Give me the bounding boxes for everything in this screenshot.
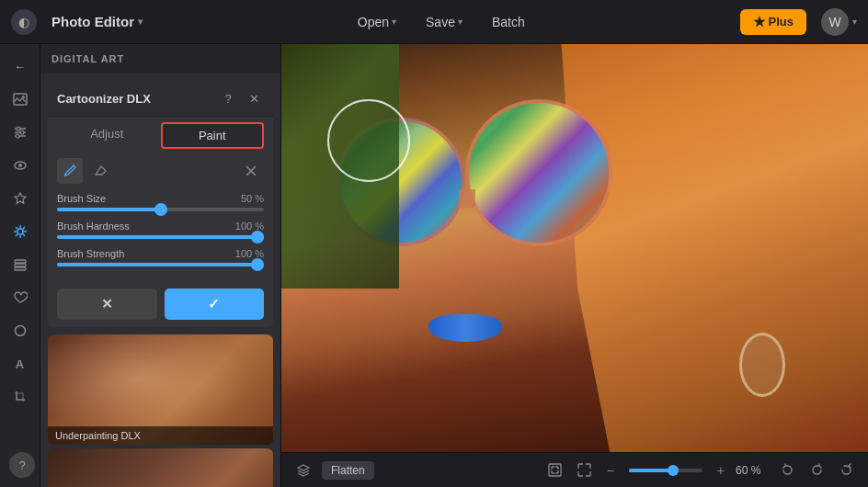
erase-button[interactable] — [88, 158, 114, 184]
cancel-icon: ✕ — [101, 296, 113, 312]
zoom-plus-button[interactable]: + — [714, 463, 728, 478]
zoom-minus-button[interactable]: − — [603, 463, 618, 478]
star-tool[interactable] — [6, 184, 35, 213]
brush-hardness-row: Brush Hardness 100 % — [57, 221, 264, 239]
redo-button[interactable] — [835, 459, 857, 481]
svg-line-15 — [16, 227, 17, 229]
confirm-button[interactable]: ✓ — [165, 289, 265, 320]
paint-brush-icon — [63, 164, 77, 178]
user-chevron: ▾ — [852, 17, 857, 27]
glasses-bridge — [459, 189, 475, 208]
plugin-header: Cartoonizer DLX ? ✕ — [48, 81, 273, 117]
eye-icon — [13, 158, 28, 173]
svg-point-6 — [20, 130, 24, 134]
brush-size-slider[interactable] — [57, 208, 264, 211]
earring — [739, 333, 785, 397]
paint-brush-button[interactable] — [57, 158, 83, 184]
thumbnails-section: Underpainting DLX — [40, 334, 280, 487]
rotate-left-button[interactable] — [776, 459, 798, 481]
svg-point-9 — [18, 164, 22, 167]
open-menu[interactable]: Open ▾ — [350, 11, 404, 33]
svg-line-16 — [22, 234, 24, 236]
svg-rect-20 — [15, 264, 26, 266]
glasses-right — [465, 99, 612, 246]
canvas-content[interactable] — [281, 44, 868, 452]
tab-adjust[interactable]: Adjust — [57, 122, 157, 149]
image-tool[interactable] — [6, 85, 35, 114]
plugin-close-button[interactable]: ✕ — [244, 88, 264, 108]
layers-tool[interactable] — [6, 250, 35, 279]
brush-size-thumb[interactable] — [154, 203, 167, 216]
lips — [428, 314, 502, 342]
batch-button[interactable]: Batch — [485, 11, 532, 33]
app-logo: ◐ — [11, 9, 37, 35]
svg-rect-19 — [15, 260, 26, 263]
svg-point-10 — [17, 229, 23, 234]
text-icon: A — [16, 357, 24, 371]
brush-hardness-slider[interactable] — [57, 235, 264, 239]
app-title[interactable]: Photo Editor ▾ — [51, 14, 143, 29]
svg-line-18 — [16, 234, 17, 236]
plus-button[interactable]: ★ Plus — [740, 9, 806, 35]
expand-button[interactable] — [574, 459, 596, 481]
cancel-button[interactable]: ✕ — [57, 289, 157, 320]
top-bar: ◐ Photo Editor ▾ Open ▾ Save ▾ Batch ★ P… — [0, 0, 868, 44]
text-tool[interactable]: A — [6, 349, 35, 379]
svg-point-7 — [16, 134, 19, 138]
plugin-title: Cartoonizer DLX — [57, 92, 212, 106]
crop-tool[interactable] — [6, 382, 35, 412]
adjustments-tool[interactable] — [6, 118, 35, 147]
thumb-1-label: Underpainting DLX — [48, 426, 273, 445]
thumbnail-item-2[interactable] — [48, 448, 273, 487]
panel-header: DIGITAL ART — [40, 44, 280, 74]
plus-star-icon: ★ — [753, 14, 765, 30]
confirm-icon: ✓ — [208, 296, 220, 312]
shape-tool[interactable] — [6, 316, 35, 345]
brush-strength-label: Brush Strength — [57, 248, 124, 259]
flatten-button[interactable]: Flatten — [322, 461, 374, 480]
clear-button[interactable] — [238, 158, 264, 184]
save-menu[interactable]: Save ▾ — [418, 11, 470, 33]
icon-bar: ← A — [0, 44, 40, 487]
brush-size-row: Brush Size 50 % — [57, 193, 264, 211]
zoom-thumb[interactable] — [668, 465, 679, 476]
plugin-help-button[interactable]: ? — [218, 88, 238, 108]
foliage-bg — [281, 44, 399, 289]
sliders-icon — [13, 125, 28, 140]
brush-strength-slider[interactable] — [57, 263, 264, 266]
heart-tool[interactable] — [6, 283, 35, 312]
brush-hardness-thumb[interactable] — [251, 231, 264, 244]
back-button[interactable]: ← — [6, 51, 35, 81]
brush-strength-fill — [57, 263, 264, 266]
brush-hardness-label: Brush Hardness — [57, 221, 130, 232]
svg-point-5 — [17, 127, 20, 130]
svg-point-22 — [15, 326, 25, 336]
brush-size-fill — [57, 208, 161, 211]
effects-tool[interactable] — [6, 217, 35, 246]
user-menu[interactable]: W ▾ — [821, 8, 857, 36]
erase-icon — [94, 164, 108, 178]
layers-bottom-icon[interactable] — [292, 459, 314, 481]
effects-icon — [13, 224, 28, 239]
tab-paint[interactable]: Paint — [161, 122, 265, 149]
user-avatar: W — [821, 8, 849, 36]
image-icon — [13, 92, 28, 107]
layers-icon — [13, 257, 28, 272]
paint-tools-row — [48, 154, 273, 187]
undo-button[interactable] — [805, 459, 828, 481]
brush-hardness-fill — [57, 235, 264, 239]
brush-hardness-value: 100 % — [235, 221, 264, 232]
thumbnail-item-1[interactable]: Underpainting DLX — [48, 334, 273, 445]
main-area: ← A D — [0, 44, 868, 487]
photo-canvas — [281, 44, 868, 452]
fit-screen-button[interactable] — [544, 459, 566, 481]
eye-tool[interactable] — [6, 151, 35, 180]
back-icon: ← — [14, 60, 26, 74]
plugin-tabs: Adjust Paint — [48, 117, 273, 154]
brush-strength-thumb[interactable] — [251, 258, 264, 271]
brush-strength-value: 100 % — [235, 248, 264, 259]
help-button[interactable]: ? — [9, 452, 35, 478]
app-title-chevron: ▾ — [138, 17, 143, 27]
action-buttons: ✕ ✓ — [48, 281, 273, 327]
zoom-slider[interactable] — [629, 469, 702, 472]
